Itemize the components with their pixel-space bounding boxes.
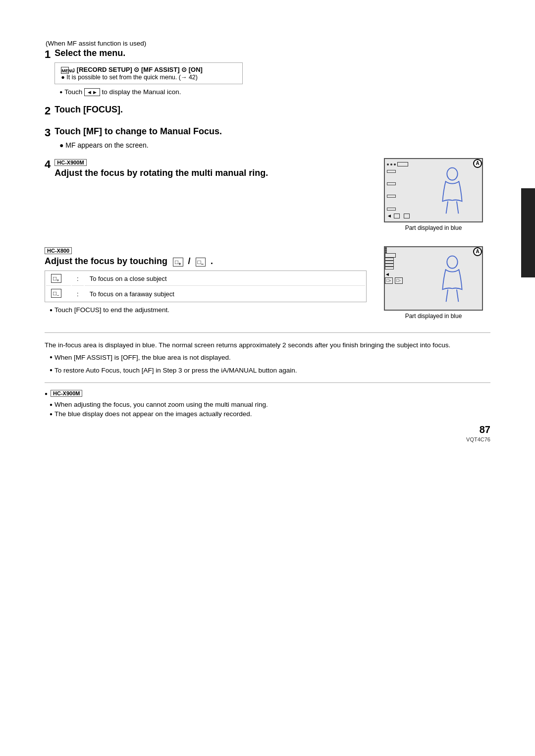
note-bullet-1: When adjusting the focus, you cannot zoo… <box>50 401 490 408</box>
bb-sq3-1: □+ <box>385 277 393 284</box>
info-bullet-1-text: When [MF ASSIST] is [OFF], the blue area… <box>54 352 231 363</box>
step-4-image-area: ◄ A Part displayed in blue <box>376 158 490 236</box>
svg-point-0 <box>447 167 457 180</box>
step-3-number: 3 <box>45 126 51 139</box>
info-block: The in-focus area is displayed in blue. … <box>45 340 490 376</box>
step-1-number: 1 <box>45 48 51 61</box>
menu-box-text: : [RECORD SETUP] ⊙ [MF ASSIST] ⊙ [ON] <box>73 66 203 73</box>
step-2-block: 2 Touch [FOCUS]. <box>45 105 490 117</box>
screen-dot-2 <box>390 163 392 165</box>
divider-1 <box>45 332 490 333</box>
menu-icon: MENU <box>61 67 69 74</box>
hcx800-left: HC-X800 Adjust the focus by touching □+ … <box>45 246 367 316</box>
step1-bullet: Touch ◄► to display the Manual icon. <box>59 88 243 96</box>
camera-screen-wrapper-1: ◄ A <box>384 158 483 224</box>
step-2-header: 2 Touch [FOCUS]. <box>45 105 490 117</box>
menu-box-content: MENU : [RECORD SETUP] ⊙ [MF ASSIST] ⊙ [O… <box>61 66 236 74</box>
step-3-note: ● MF appears on the screen. <box>59 141 490 149</box>
label-a-text-2: A <box>476 249 479 254</box>
label-a-2: A <box>473 247 482 256</box>
hcx800-bullet: Touch [FOCUS] to end the adjustment. <box>50 306 367 314</box>
screen-rect-2 <box>385 253 396 258</box>
step-4-title: Adjust the focus by rotating the multi m… <box>54 168 268 178</box>
focus-colon-1: : <box>72 272 84 286</box>
part-blue-caption-1: Part displayed in blue <box>405 224 462 231</box>
note-model-badge: HC-X900M <box>51 390 82 397</box>
version-code: VQT4C76 <box>466 436 490 442</box>
focus-icon-2: □− <box>46 287 71 300</box>
info-bullet-2-text: To restore Auto Focus, touch [AF] in Ste… <box>54 365 297 376</box>
ctrl-line-1 <box>387 170 396 173</box>
camera-screen-1: ◄ <box>384 158 483 222</box>
hcx800-image-area: ◄ □+ □− A Pa <box>376 246 490 324</box>
svg-line-1 <box>446 201 448 214</box>
svg-line-5 <box>457 289 459 302</box>
screen-rect-1 <box>397 162 408 166</box>
svg-line-2 <box>457 201 459 214</box>
step-3-header: 3 Touch [MF] to change to Manual Focus. <box>45 126 490 139</box>
bb-sq-1 <box>394 214 400 218</box>
focus-row-1: □+ : To focus on a close subject <box>46 272 365 286</box>
section-tab <box>521 188 535 277</box>
person-svg-2 <box>432 254 472 303</box>
screen-bottom-bar-1: ◄ <box>387 213 480 219</box>
screen-left-controls-1 <box>387 170 396 211</box>
ctrl-line-4 <box>387 208 396 211</box>
person-silhouette-2 <box>432 254 472 303</box>
hcx800-title-prefix: Adjust the focus by touching <box>45 256 167 266</box>
step-3-title: Touch [MF] to change to Manual Focus. <box>54 126 222 137</box>
info-para-1: The in-focus area is displayed in blue. … <box>45 340 490 351</box>
note-bullet-1-text: When adjusting the focus, you cannot zoo… <box>54 401 268 408</box>
ctrl-line-2 <box>387 182 396 185</box>
bb-sq-2 <box>404 214 410 218</box>
hcx800-section: HC-X800 Adjust the focus by touching □+ … <box>45 246 490 324</box>
bb-arrow-1: ◄ <box>387 213 392 218</box>
bb-sq3-2: □− <box>395 277 403 284</box>
page-number: 87 <box>480 424 490 435</box>
screen-dot-4 <box>385 247 387 249</box>
step-4-header: 4 HC-X900M Adjust the focus by rotating … <box>45 158 367 178</box>
menu-instruction-box: MENU : [RECORD SETUP] ⊙ [MF ASSIST] ⊙ [O… <box>54 62 243 84</box>
step-4-container: 4 HC-X900M Adjust the focus by rotating … <box>45 158 490 236</box>
divider-2 <box>45 382 490 383</box>
screen-dot-1 <box>387 163 389 165</box>
svg-line-4 <box>446 289 448 302</box>
focus-row-2: □− : To focus on a faraway subject <box>46 287 365 300</box>
step-1-title: Select the menu. <box>54 48 243 58</box>
step-2-title: Touch [FOCUS]. <box>54 105 123 115</box>
step-4-number: 4 <box>45 158 51 171</box>
ctrl-line-3 <box>387 195 396 198</box>
camera-screen-2: ◄ □+ □− <box>384 246 483 311</box>
note-bullet-2-text: The blue display does not appear on the … <box>54 410 252 418</box>
step-2-number: 2 <box>45 105 51 117</box>
hcx800-bullet-text: Touch [FOCUS] to end the adjustment. <box>54 306 169 314</box>
screen-dot-5 <box>385 249 387 251</box>
label-a-1: A <box>473 159 482 168</box>
info-bullet-1: When [MF ASSIST] is [OFF], the blue area… <box>50 352 490 363</box>
label-a-text-1: A <box>476 161 479 166</box>
person-svg-1 <box>432 166 472 215</box>
hcx800-badge: HC-X800 <box>45 247 72 254</box>
menu-box-note: ● It is possible to set from the quick m… <box>61 74 236 81</box>
step-4-model-badge: HC-X900M <box>54 159 86 166</box>
info-bullet-2: To restore Auto Focus, touch [AF] in Ste… <box>50 365 490 376</box>
focus-icon-1: □+ <box>46 272 71 286</box>
svg-point-3 <box>447 256 457 268</box>
focus-colon-2: : <box>72 287 84 300</box>
when-text: (When MF assist function is used) <box>46 40 490 47</box>
page: (When MF assist function is used) 1 Sele… <box>0 0 535 460</box>
step-3-block: 3 Touch [MF] to change to Manual Focus. … <box>45 126 490 149</box>
person-silhouette-1 <box>432 166 472 215</box>
note-bullet-2: The blue display does not appear on the … <box>50 410 490 418</box>
step-4-left: 4 HC-X900M Adjust the focus by rotating … <box>45 158 367 180</box>
focus-table: □+ : To focus on a close subject □− : To… <box>45 270 367 302</box>
screen-dot-3 <box>394 163 396 165</box>
bb-arrow-2: ◄ <box>385 271 390 277</box>
note-section: ● HC-X900M When adjusting the focus, you… <box>45 390 490 418</box>
part-blue-caption-2: Part displayed in blue <box>405 313 462 320</box>
hcx800-title: Adjust the focus by touching □+ / □− . <box>45 256 367 267</box>
step-1-block: (When MF assist function is used) 1 Sele… <box>45 40 490 98</box>
focus-text-2: To focus on a faraway subject <box>85 287 365 300</box>
focus-text-1: To focus on a close subject <box>85 272 365 286</box>
camera-screen-wrapper-2: ◄ □+ □− A <box>384 246 483 313</box>
